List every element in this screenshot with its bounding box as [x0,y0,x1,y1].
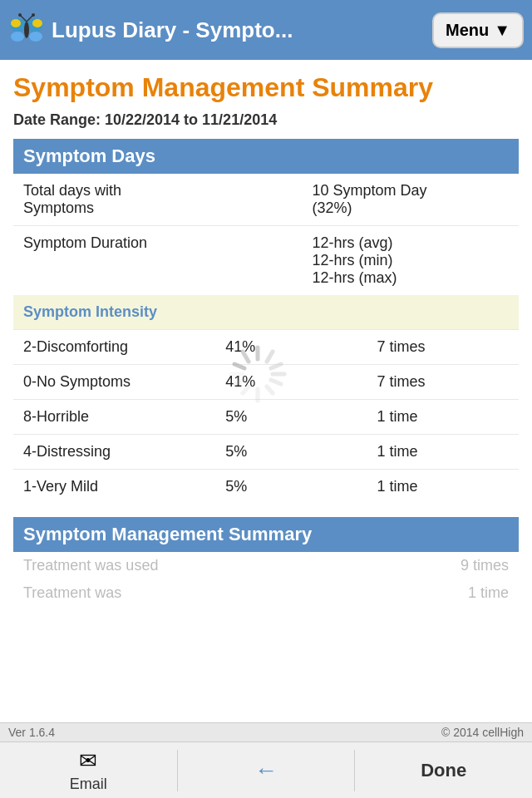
email-label: Email [70,776,107,793]
header-title-area: Lupus Diary - Sympto... [8,12,293,48]
email-icon: ✉ [79,748,97,774]
table-row: 0-No Symptoms 41% 7 times [13,365,519,400]
back-button[interactable]: ← [178,742,355,798]
app-icon [8,12,45,48]
symptom-days-table: Total days withSymptoms 10 Symptom Day(3… [13,174,519,295]
svg-point-9 [18,13,22,17]
partial-row-2: Treatment was 1 time [13,579,519,607]
total-days-value: 10 Symptom Day(32%) [302,174,519,226]
intensity-count-4: 1 time [367,470,519,505]
svg-point-10 [32,13,35,17]
email-button[interactable]: ✉ Email [0,742,177,798]
intensity-pct-4: 5% [215,470,367,505]
done-button[interactable]: Done [355,742,532,798]
intensity-label-3: 4-Distressing [13,435,215,470]
intensity-pct-1: 41% [215,365,367,400]
symptom-management-header: Symptom Management Summary [13,517,519,552]
table-row: 1-Very Mild 5% 1 time [13,470,519,505]
table-row: 4-Distressing 5% 1 time [13,435,519,470]
intensity-pct-0: 41% [215,330,367,365]
intensity-label-0: 2-Discomforting [13,330,215,365]
symptom-days-header: Symptom Days [13,139,519,174]
bottom-toolbar: ✉ Email ← Done [0,741,532,798]
svg-point-3 [29,32,42,42]
partial-value-1: 9 times [461,557,509,574]
version-left: Ver 1.6.4 [8,726,55,739]
version-bar: Ver 1.6.4 © 2014 cellHigh [0,722,532,741]
svg-point-2 [11,32,24,42]
intensity-pct-2: 5% [215,400,367,435]
menu-button[interactable]: Menu ▼ [432,12,524,48]
intensity-count-1: 7 times [367,365,519,400]
app-header: Lupus Diary - Sympto... Menu ▼ [0,0,532,60]
page-title: Symptom Management Summary [13,71,519,103]
date-range: Date Range: 10/22/2014 to 11/21/2014 [13,111,519,129]
intensity-label-4: 1-Very Mild [13,470,215,505]
table-row: Symptom Duration 12-hrs (avg)12-hrs (min… [13,226,519,296]
partial-label-2: Treatment was [23,584,121,602]
back-icon: ← [254,757,278,784]
intensity-header: Symptom Intensity [13,295,215,330]
svg-point-5 [32,19,42,27]
main-content: Symptom Management Summary Date Range: 1… [0,60,532,607]
total-days-label: Total days withSymptoms [13,174,302,226]
intensity-count-2: 1 time [367,400,519,435]
intensity-label-1: 0-No Symptoms [13,365,215,400]
symptom-duration-label: Symptom Duration [13,226,302,296]
svg-point-6 [24,22,29,38]
intensity-label-2: 8-Horrible [13,400,215,435]
intensity-count-3: 1 time [367,435,519,470]
symptom-duration-value: 12-hrs (avg)12-hrs (min)12-hrs (max) [302,226,519,296]
svg-point-4 [11,19,21,27]
partial-row-1: Treatment was used 9 times [13,552,519,579]
intensity-pct-3: 5% [215,435,367,470]
header-title: Lupus Diary - Sympto... [52,17,293,43]
intensity-header-row: Symptom Intensity [13,295,519,330]
partial-value-2: 1 time [468,584,509,602]
chevron-down-icon: ▼ [494,21,510,40]
version-right: © 2014 cellHigh [441,726,524,739]
table-row: 8-Horrible 5% 1 time [13,400,519,435]
symptom-intensity-table: Symptom Intensity 2-Discomforting 41% 7 … [13,295,519,504]
table-row: Total days withSymptoms 10 Symptom Day(3… [13,174,519,226]
partial-label-1: Treatment was used [23,557,158,574]
done-label: Done [421,760,466,781]
intensity-count-0: 7 times [367,330,519,365]
table-row: 2-Discomforting 41% 7 times [13,330,519,365]
